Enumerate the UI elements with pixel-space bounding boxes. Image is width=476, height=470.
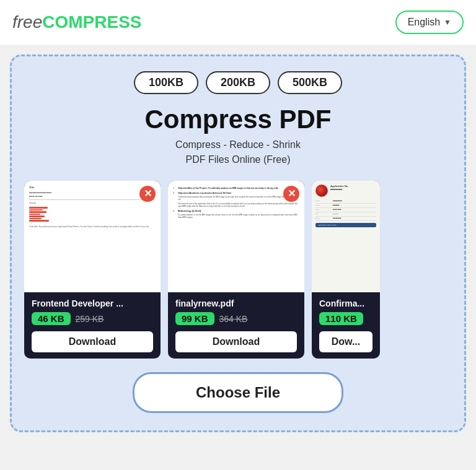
- card-2-size-old: 364 KB: [219, 314, 248, 324]
- card-3-preview: Application No. ■■■■■■■■■ Name: ■■■■■■■■…: [312, 181, 380, 292]
- card-2-info: finalyrnew.pdf 99 KB 364 KB Download: [168, 292, 304, 359]
- main-area: 100KB 200KB 500KB Compress PDF Compress …: [0, 45, 476, 442]
- card-1-preview: ✕ Title ■■■■■■■■■■■■■■■■■■■■ ■■■■■ ■■ ■■…: [24, 181, 161, 292]
- download-card-3-button[interactable]: Dow...: [319, 331, 372, 352]
- card-1-size-new: 46 KB: [32, 312, 71, 325]
- card-2-sizes: 99 KB 364 KB: [175, 312, 297, 325]
- card-1-filename: Frontend Developer ...: [32, 298, 153, 308]
- logo-compress: COMPRESS: [42, 12, 141, 32]
- pdf-card-3: Application No. ■■■■■■■■■ Name: ■■■■■■■■…: [312, 181, 380, 359]
- page-title: Compress PDF: [24, 105, 452, 134]
- size-badges-row: 100KB 200KB 500KB: [24, 71, 452, 94]
- logo: freeCOMPRESS: [12, 12, 142, 32]
- download-card-2-button[interactable]: Download: [175, 331, 297, 352]
- cards-row: ✕ Title ■■■■■■■■■■■■■■■■■■■■ ■■■■■ ■■ ■■…: [24, 181, 452, 359]
- size-badge-100: 100KB: [134, 71, 198, 94]
- card-2-preview: ✕ 1. Objective/Aim of the Project: To ra…: [168, 181, 304, 292]
- card-2-filename: finalyrnew.pdf: [175, 298, 297, 308]
- language-label: English: [408, 17, 440, 28]
- card-2-size-new: 99 KB: [175, 312, 214, 325]
- card-3-size-new: 110 KB: [319, 312, 363, 325]
- header: freeCOMPRESS English ▼: [0, 0, 476, 45]
- close-card-1-button[interactable]: ✕: [139, 186, 156, 202]
- dashed-container: 100KB 200KB 500KB Compress PDF Compress …: [10, 54, 466, 432]
- card-3-sizes: 110 KB: [319, 312, 372, 325]
- pdf-card-2: ✕ 1. Objective/Aim of the Project: To ra…: [168, 181, 304, 359]
- card-3-info: Confirma... 110 KB Dow...: [312, 292, 380, 359]
- logo-free: free: [12, 12, 42, 32]
- choose-file-button[interactable]: Choose File: [133, 372, 343, 413]
- card-1-info: Frontend Developer ... 46 KB 259 KB Down…: [24, 292, 161, 359]
- card-1-sizes: 46 KB 259 KB: [32, 312, 153, 325]
- download-card-1-button[interactable]: Download: [32, 331, 153, 352]
- language-selector[interactable]: English ▼: [395, 11, 464, 34]
- size-badge-200: 200KB: [206, 71, 270, 94]
- size-badge-500: 500KB: [278, 71, 342, 94]
- card-3-filename: Confirma...: [319, 298, 372, 308]
- page-subtitle: Compress - Reduce - Shrink PDF Files Onl…: [24, 137, 452, 167]
- pdf-card-1: ✕ Title ■■■■■■■■■■■■■■■■■■■■ ■■■■■ ■■ ■■…: [24, 181, 161, 359]
- doc3-emblem: [315, 185, 328, 197]
- chevron-down-icon: ▼: [444, 18, 451, 27]
- close-card-2-button[interactable]: ✕: [283, 186, 299, 202]
- card-1-size-old: 259 KB: [76, 314, 104, 324]
